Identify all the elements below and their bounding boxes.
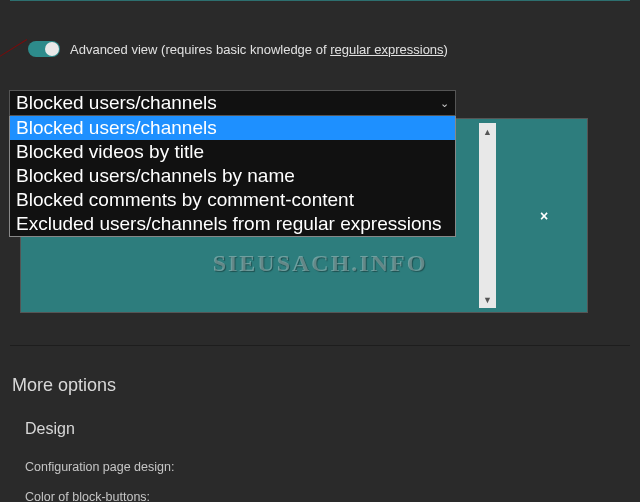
advanced-view-label-post: ) [444,42,448,57]
more-options-heading: More options [12,375,116,396]
dropdown-option[interactable]: Blocked users/channels [10,116,455,140]
advanced-view-label-pre: Advanced view (requires basic knowledge … [70,42,330,57]
close-icon[interactable]: × [540,208,548,224]
advanced-view-label: Advanced view (requires basic knowledge … [70,42,448,57]
filter-dropdown[interactable]: Blocked users/channels ⌄ Blocked users/c… [9,90,456,237]
dropdown-option[interactable]: Blocked videos by title [10,140,455,164]
config-page-design-label: Configuration page design: [25,460,174,474]
dropdown-option[interactable]: Excluded users/channels from regular exp… [10,212,455,236]
design-heading: Design [25,420,75,438]
toggle-knob [45,42,59,56]
advanced-view-toggle[interactable] [28,41,60,57]
regex-link[interactable]: regular expressions [330,42,443,57]
chevron-down-icon: ⌄ [440,97,449,110]
annotation-arrow [0,39,27,58]
panel-side-column: × [513,123,575,308]
top-divider [10,0,630,1]
dropdown-selected[interactable]: Blocked users/channels ⌄ [9,90,456,116]
section-divider [10,345,630,346]
color-block-buttons-label: Color of block-buttons: [25,490,150,502]
dropdown-options: Blocked users/channels Blocked videos by… [9,116,456,237]
scroll-down-icon[interactable]: ▼ [479,291,496,308]
panel-scrollbar[interactable]: ▲ ▼ [479,123,496,308]
dropdown-selected-label: Blocked users/channels [16,92,217,114]
scroll-up-icon[interactable]: ▲ [479,123,496,140]
advanced-view-row: Advanced view (requires basic knowledge … [28,41,448,57]
dropdown-option[interactable]: Blocked comments by comment-content [10,188,455,212]
dropdown-option[interactable]: Blocked users/channels by name [10,164,455,188]
